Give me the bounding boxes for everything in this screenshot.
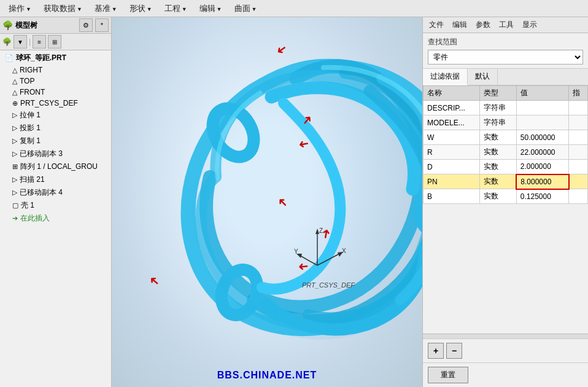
cell-type-4: 实数 [479, 160, 516, 174]
scroll-indicator[interactable] [423, 334, 588, 338]
viewport[interactable]: Z X Y PRT_CSYS_DEF ➜ ➜ ➜ ➜ ➜ ➜ ➜ BBS.CHI… [112, 17, 422, 387]
cell-desc-0 [569, 101, 588, 115]
params-table: 名称 类型 值 指 DESCRIP... 字符串 MODELE... [423, 85, 588, 334]
tree-item-array1[interactable]: ⊞ 阵列 1 / LOCAL_GROU [0, 160, 111, 173]
tree-item-front[interactable]: △ FRONT [0, 87, 111, 98]
tree-item-sweep21-label: 扫描 21 [20, 174, 45, 185]
tree-item-copy1[interactable]: ▷ 复制 1 [0, 135, 111, 147]
copy1-icon: ▷ [12, 137, 17, 145]
tree-item-moved4-label: 已移动副本 4 [20, 187, 63, 198]
cell-desc-4 [569, 160, 588, 174]
right-menu-params[interactable]: 参数 [472, 18, 494, 31]
tree-item-right[interactable]: △ RIGHT [0, 64, 111, 76]
project1-icon: ▷ [12, 124, 17, 132]
cell-desc-1 [569, 115, 588, 130]
cell-name-0: DESCRIP... [424, 101, 480, 115]
cell-type-0: 字符串 [479, 101, 516, 115]
svg-line-7 [317, 253, 341, 265]
cell-type-6: 实数 [479, 189, 516, 204]
tab-default[interactable]: 默认 [468, 69, 498, 85]
tree-item-extrude1[interactable]: ▷ 拉伸 1 [0, 109, 111, 122]
col-desc: 指 [569, 86, 588, 101]
right-panel: 文件 编辑 参数 工具 显示 查找范围 零件 装配 全部 过滤依据 默认 名称 [422, 17, 588, 387]
cell-name-6: B [424, 189, 480, 204]
right-menu-tools[interactable]: 工具 [495, 18, 517, 31]
tree-item-insert-here-label: 在此插入 [20, 213, 50, 224]
table-row[interactable]: MODELE... 字符串 [424, 115, 588, 130]
insert-here-icon: ➔ [12, 214, 18, 222]
table-row[interactable]: D 实数 2.000000 [424, 160, 588, 174]
front-icon: △ [12, 88, 17, 96]
tree-item-shell1[interactable]: ▢ 壳 1 [0, 199, 111, 212]
menu-item-shape[interactable]: 形状▼ [123, 1, 158, 17]
tree-item-root[interactable]: 📄 球环_等距.PRT [0, 52, 111, 64]
sweep21-icon: ▷ [12, 176, 17, 184]
right-menu-edit[interactable]: 编辑 [449, 18, 471, 31]
remove-param-button[interactable]: − [446, 343, 462, 359]
cell-name-4: D [424, 160, 480, 174]
cell-type-1: 字符串 [479, 115, 516, 130]
table-row[interactable]: DESCRIP... 字符串 [424, 101, 588, 115]
model-tree-header: 🌳 模型树 ⚙ * [0, 17, 111, 34]
menu-item-engineering[interactable]: 工程▼ [158, 1, 193, 17]
toolbar-tree-icon: 🌳 [2, 37, 12, 46]
tree-content: 📄 球环_等距.PRT △ RIGHT △ TOP △ FRONT ⊕ PRT_… [0, 50, 111, 387]
table-row-highlighted[interactable]: PN 实数 8.000000 [424, 174, 588, 189]
cell-name-5: PN [424, 174, 480, 189]
search-select[interactable]: 零件 装配 全部 [428, 50, 583, 64]
search-section: 查找范围 零件 装配 全部 [423, 33, 588, 69]
tree-item-moved3[interactable]: ▷ 已移动副本 3 [0, 147, 111, 160]
tree-item-moved4[interactable]: ▷ 已移动副本 4 [0, 186, 111, 199]
menu-item-operations[interactable]: 操作▼ [2, 1, 37, 17]
toolbar-list-btn[interactable]: ≡ [33, 35, 46, 49]
cell-value-6: 0.125000 [516, 189, 569, 204]
tab-filter-basis[interactable]: 过滤依据 [423, 69, 468, 85]
tree-item-shell1-label: 壳 1 [21, 200, 34, 211]
red-arrow-right-lower: ➜ [298, 259, 309, 275]
tree-item-insert-here[interactable]: ➔ 在此插入 [0, 212, 111, 225]
table-row[interactable]: R 实数 22.000000 [424, 145, 588, 160]
svg-text:Y: Y [294, 248, 298, 255]
cell-value-4: 2.000000 [516, 160, 569, 174]
reset-button[interactable]: 重置 [428, 367, 468, 383]
tree-item-sweep21[interactable]: ▷ 扫描 21 [0, 173, 111, 186]
tree-item-top[interactable]: △ TOP [0, 76, 111, 87]
tree-item-csys[interactable]: ⊕ PRT_CSYS_DEF [0, 98, 111, 109]
cell-desc-2 [569, 130, 588, 145]
right-menu-bar: 文件 编辑 参数 工具 显示 [423, 17, 588, 33]
array1-icon: ⊞ [12, 163, 18, 171]
top-icon: △ [12, 77, 17, 85]
right-menu-file[interactable]: 文件 [425, 18, 447, 31]
cell-name-1: MODELE... [424, 115, 480, 130]
table-header-row: 名称 类型 值 指 [424, 86, 588, 101]
filter-tabs: 过滤依据 默认 [423, 69, 588, 85]
tree-item-moved3-label: 已移动副本 3 [20, 149, 63, 159]
add-param-button[interactable]: + [428, 343, 444, 359]
reset-section: 重置 [423, 362, 588, 387]
table-row[interactable]: B 实数 0.125000 [424, 189, 588, 204]
tree-icon: 🌳 [2, 20, 13, 30]
cell-type-3: 实数 [479, 145, 516, 160]
menu-item-datum[interactable]: 基准▼ [88, 1, 123, 17]
cell-value-5: 8.000000 [516, 174, 569, 189]
svg-text:X: X [342, 248, 346, 254]
menu-item-edit[interactable]: 编辑▼ [193, 1, 228, 17]
table-row[interactable]: W 实数 50.000000 [424, 130, 588, 145]
right-menu-display[interactable]: 显示 [519, 18, 541, 31]
tree-settings-btn[interactable]: ⚙ [79, 18, 93, 32]
tree-item-root-label: 球环_等距.PRT [16, 53, 66, 63]
menu-item-surface[interactable]: 曲面▼ [228, 1, 263, 17]
cell-type-5: 实数 [479, 174, 516, 189]
bottom-toolbar: + − [423, 338, 588, 362]
tree-item-csys-label: PRT_CSYS_DEF [20, 99, 78, 108]
root-icon: 📄 [5, 54, 14, 62]
moved3-icon: ▷ [12, 150, 17, 158]
cell-desc-3 [569, 145, 588, 160]
cell-name-2: W [424, 130, 480, 145]
toolbar-columns-btn[interactable]: ⊞ [48, 35, 61, 49]
tree-filter-btn[interactable]: * [95, 18, 109, 32]
toolbar-arrow-btn[interactable]: ▼ [14, 35, 27, 49]
menu-item-get-data[interactable]: 获取数据▼ [37, 1, 88, 17]
shell1-icon: ▢ [12, 201, 18, 209]
tree-item-project1[interactable]: ▷ 投影 1 [0, 122, 111, 135]
